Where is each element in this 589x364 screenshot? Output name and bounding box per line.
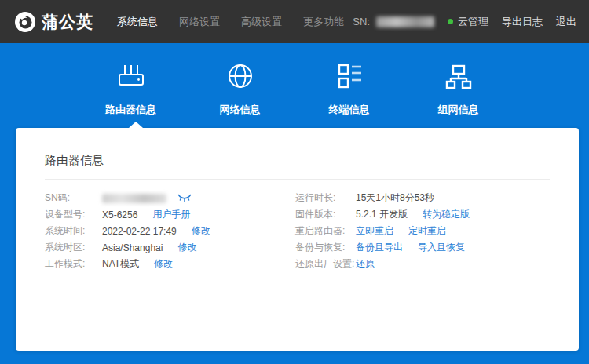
terminal-list-icon xyxy=(335,62,364,90)
active-tab-caret xyxy=(129,122,143,128)
field-label: 系统时间: xyxy=(45,224,102,238)
form-column-right: 运行时长: 15天1小时8分53秒 固件版本: 5.2.1 开发版 转为稳定版 … xyxy=(295,190,550,272)
tab-networking-info[interactable]: 组网信息 xyxy=(420,62,497,117)
field-label: 运行时长: xyxy=(295,191,356,205)
scheduled-reboot-link[interactable]: 定时重启 xyxy=(408,224,446,238)
cloud-management-link[interactable]: 云管理 xyxy=(448,15,488,29)
field-label: 设备型号: xyxy=(45,208,102,221)
info-tabs: 路由器信息 网络信息 xyxy=(0,43,589,117)
row-reboot: 重启路由器: 立即重启 定时重启 xyxy=(295,223,550,239)
export-log-link[interactable]: 导出日志 xyxy=(502,15,543,29)
row-system-time: 系统时间: 2022-02-22 17:49 修改 xyxy=(45,223,295,239)
sn-display: SN: xyxy=(353,16,434,27)
nav-item-more-features[interactable]: 更多功能 xyxy=(303,15,344,29)
factory-reset-link[interactable]: 还原 xyxy=(356,257,375,271)
import-restore-link[interactable]: 导入且恢复 xyxy=(418,241,465,254)
topology-icon xyxy=(444,62,473,90)
main-area: 路由器信息 网络信息 xyxy=(0,43,589,364)
field-label: 备份与恢复: xyxy=(295,241,356,254)
brand-logo: 蒲公英 xyxy=(14,11,93,33)
form-column-left: SN码: 设备型号: X5-6256 用户手册 xyxy=(45,190,295,272)
tab-label: 路由器信息 xyxy=(105,103,156,117)
main-nav: 系统信息 网络设置 高级设置 更多功能 xyxy=(117,15,344,29)
tab-label: 网络信息 xyxy=(220,103,261,117)
row-backup-restore: 备份与恢复: 备份且导出 导入且恢复 xyxy=(295,239,550,256)
modify-time-link[interactable]: 修改 xyxy=(192,224,210,238)
router-icon xyxy=(116,62,146,90)
system-time-value: 2022-02-22 17:49 xyxy=(102,226,177,237)
eye-closed-icon[interactable] xyxy=(177,194,192,202)
modify-work-mode-link[interactable]: 修改 xyxy=(154,257,173,271)
sn-code-blurred xyxy=(102,194,166,203)
sn-label: SN: xyxy=(353,16,370,27)
modify-timezone-link[interactable]: 修改 xyxy=(177,241,196,254)
field-label: SN码: xyxy=(45,191,102,205)
row-work-mode: 工作模式: NAT模式 修改 xyxy=(45,256,295,272)
field-label: 还原出厂设置: xyxy=(295,257,356,271)
field-label: 固件版本: xyxy=(295,208,356,221)
nav-item-system-info[interactable]: 系统信息 xyxy=(117,15,158,29)
nav-item-advanced-settings[interactable]: 高级设置 xyxy=(241,15,282,29)
row-device-model: 设备型号: X5-6256 用户手册 xyxy=(45,206,295,223)
row-sn: SN码: xyxy=(45,190,295,206)
firmware-version-value: 5.2.1 开发版 xyxy=(356,208,408,221)
topbar-right: SN: 云管理 导出日志 退出 xyxy=(353,15,576,29)
work-mode-value: NAT模式 xyxy=(102,257,139,271)
router-info-form: SN码: 设备型号: X5-6256 用户手册 xyxy=(16,180,579,272)
row-factory-reset: 还原出厂设置: 还原 xyxy=(295,256,550,272)
logout-link[interactable]: 退出 xyxy=(556,15,576,29)
field-label: 重启路由器: xyxy=(295,224,356,238)
row-timezone: 系统时区: Asia/Shanghai 修改 xyxy=(45,239,295,256)
tab-router-info[interactable]: 路由器信息 xyxy=(93,62,170,117)
user-manual-link[interactable]: 用户手册 xyxy=(152,208,190,221)
row-uptime: 运行时长: 15天1小时8分53秒 xyxy=(295,190,550,206)
dandelion-logo-icon xyxy=(14,11,36,33)
tab-terminal-info[interactable]: 终端信息 xyxy=(311,62,388,117)
topbar: 蒲公英 系统信息 网络设置 高级设置 更多功能 SN: 云管理 导出日志 退出 xyxy=(0,0,589,43)
backup-export-link[interactable]: 备份且导出 xyxy=(356,241,403,254)
device-model-value: X5-6256 xyxy=(102,209,137,220)
router-info-card: 路由器信息 SN码: xyxy=(16,128,579,351)
switch-to-stable-link[interactable]: 转为稳定版 xyxy=(423,208,470,221)
tab-network-info[interactable]: 网络信息 xyxy=(202,62,279,117)
nav-item-network-settings[interactable]: 网络设置 xyxy=(179,15,220,29)
cloud-management-label: 云管理 xyxy=(458,15,488,29)
field-label: 工作模式: xyxy=(45,257,102,271)
globe-icon xyxy=(226,62,254,90)
timezone-value: Asia/Shanghai xyxy=(102,242,163,253)
tab-label: 终端信息 xyxy=(329,103,370,117)
row-firmware: 固件版本: 5.2.1 开发版 转为稳定版 xyxy=(295,206,550,223)
card-title: 路由器信息 xyxy=(16,128,579,168)
sn-value-blurred xyxy=(376,16,434,27)
tab-label: 组网信息 xyxy=(438,103,479,117)
uptime-value: 15天1小时8分53秒 xyxy=(356,191,434,205)
brand-name: 蒲公英 xyxy=(42,11,93,33)
online-status-dot-icon xyxy=(448,19,453,24)
reboot-now-link[interactable]: 立即重启 xyxy=(356,224,393,238)
field-label: 系统时区: xyxy=(45,241,102,254)
